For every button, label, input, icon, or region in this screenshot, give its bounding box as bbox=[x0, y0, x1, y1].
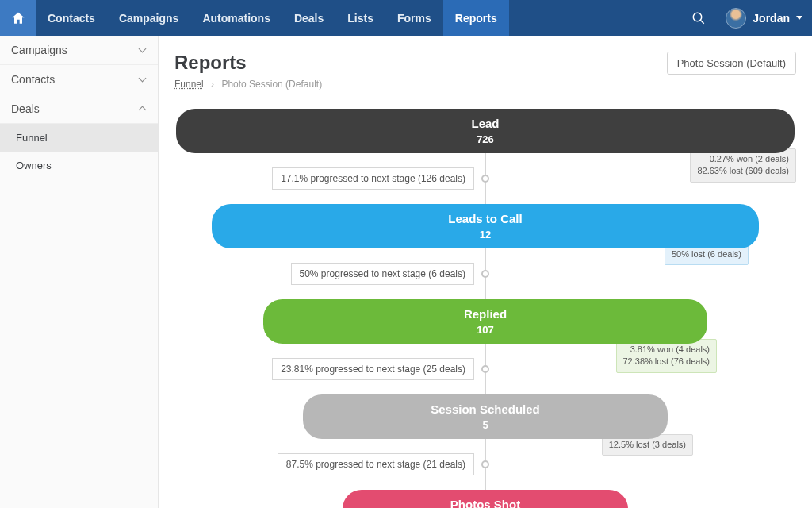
progress-to-next: 23.81% progressed to next stage (25 deal… bbox=[272, 358, 474, 380]
chevron-down-icon bbox=[796, 16, 802, 20]
stage-name: Replied bbox=[273, 307, 698, 321]
chevron-down-icon bbox=[139, 75, 147, 83]
main-content: Reports Funnel › Photo Session (Default)… bbox=[159, 36, 812, 508]
won-line: 3.81% won (4 deals) bbox=[623, 344, 710, 356]
stage-name: Session Scheduled bbox=[312, 402, 658, 416]
funnel-transition: 12.5% lost (3 deals) 87.5% progressed to… bbox=[174, 439, 796, 490]
stage-count: 12 bbox=[221, 229, 749, 241]
stage-count: 5 bbox=[312, 419, 658, 431]
spacer bbox=[509, 0, 681, 36]
lost-line: 50% lost (6 deals) bbox=[672, 248, 741, 260]
lost-line: 82.63% lost (609 deals) bbox=[697, 165, 789, 177]
sidebar-item-deals[interactable]: Deals bbox=[0, 94, 158, 124]
pipeline-dropdown[interactable]: Photo Session (Default) bbox=[667, 52, 796, 75]
progress-to-next: 17.1% progressed to next stage (126 deal… bbox=[272, 167, 474, 190]
avatar bbox=[726, 8, 746, 29]
user-menu[interactable]: Jordan bbox=[716, 0, 812, 36]
nav-tab-reports[interactable]: Reports bbox=[443, 0, 509, 36]
connector-dot bbox=[481, 460, 489, 468]
stage-count: 107 bbox=[273, 324, 698, 336]
breadcrumb-current: Photo Session (Default) bbox=[221, 79, 322, 90]
nav-tab-deals[interactable]: Deals bbox=[282, 0, 335, 36]
breadcrumb-separator: › bbox=[211, 79, 214, 90]
funnel-stage-replied[interactable]: Replied 107 bbox=[263, 299, 707, 344]
nav-tab-contacts[interactable]: Contacts bbox=[36, 0, 107, 36]
stage-exit-stats: 3.81% won (4 deals) 72.38% lost (76 deal… bbox=[616, 339, 718, 373]
funnel-stage-leads-to-call[interactable]: Leads to Call 12 bbox=[212, 204, 759, 248]
sidebar-item-contacts[interactable]: Contacts bbox=[0, 65, 158, 94]
sidebar-item-funnel[interactable]: Funnel bbox=[0, 124, 158, 152]
funnel-chart: Lead 726 0.27% won (2 deals) 82.63% lost… bbox=[174, 109, 796, 508]
chevron-up-icon bbox=[139, 105, 147, 113]
sidebar-item-campaigns[interactable]: Campaigns bbox=[0, 36, 158, 65]
stage-exit-stats: 0.27% won (2 deals) 82.63% lost (609 dea… bbox=[690, 148, 796, 183]
search-icon bbox=[691, 11, 706, 25]
connector-dot bbox=[481, 175, 489, 183]
nav-tab-automations[interactable]: Automations bbox=[190, 0, 282, 36]
funnel-transition: 0.27% won (2 deals) 82.63% lost (609 dea… bbox=[174, 153, 796, 204]
connector-dot bbox=[481, 365, 489, 373]
breadcrumb-root[interactable]: Funnel bbox=[174, 79, 204, 90]
header-row: Reports Funnel › Photo Session (Default)… bbox=[174, 52, 796, 109]
breadcrumb: Funnel › Photo Session (Default) bbox=[174, 79, 322, 90]
home-button[interactable] bbox=[0, 0, 36, 36]
lost-line: 72.38% lost (76 deals) bbox=[623, 356, 710, 368]
nav-tabs: Contacts Campaigns Automations Deals Lis… bbox=[36, 0, 509, 36]
page-title: Reports bbox=[174, 52, 322, 74]
won-line: 0.27% won (2 deals) bbox=[697, 153, 789, 165]
chevron-down-icon bbox=[139, 46, 147, 54]
sidebar-item-label: Deals bbox=[11, 102, 40, 115]
sidebar-item-owners[interactable]: Owners bbox=[0, 152, 158, 179]
stage-name: Lead bbox=[186, 117, 785, 130]
progress-to-next: 50% progressed to next stage (6 deals) bbox=[291, 263, 475, 285]
funnel-stage-session-scheduled[interactable]: Session Scheduled 5 bbox=[303, 394, 668, 439]
funnel-stage-lead[interactable]: Lead 726 bbox=[176, 109, 795, 153]
progress-to-next: 87.5% progressed to next stage (21 deals… bbox=[278, 453, 474, 475]
stage-count: 726 bbox=[186, 133, 785, 145]
top-nav: Contacts Campaigns Automations Deals Lis… bbox=[0, 0, 812, 36]
home-icon bbox=[10, 10, 26, 26]
nav-tab-lists[interactable]: Lists bbox=[335, 0, 385, 36]
nav-tab-forms[interactable]: Forms bbox=[385, 0, 443, 36]
connector-dot bbox=[481, 270, 489, 278]
user-name: Jordan bbox=[753, 12, 790, 25]
sidebar: Campaigns Contacts Deals Funnel Owners bbox=[0, 36, 159, 508]
svg-point-0 bbox=[693, 13, 702, 21]
nav-tab-campaigns[interactable]: Campaigns bbox=[107, 0, 190, 36]
search-button[interactable] bbox=[680, 0, 716, 36]
funnel-transition: 3.81% won (4 deals) 72.38% lost (76 deal… bbox=[174, 344, 796, 394]
layout: Campaigns Contacts Deals Funnel Owners R… bbox=[0, 36, 812, 508]
funnel-stage-photos-shot[interactable]: Photos Shot 18 bbox=[343, 490, 628, 508]
funnel-transition: 50% lost (6 deals) 50% progressed to nex… bbox=[174, 248, 796, 299]
lost-line: 12.5% lost (3 deals) bbox=[609, 439, 686, 451]
sidebar-item-label: Contacts bbox=[11, 73, 55, 86]
svg-line-1 bbox=[700, 20, 704, 24]
stage-name: Photos Shot bbox=[352, 498, 619, 508]
stage-name: Leads to Call bbox=[221, 212, 749, 225]
sidebar-item-label: Campaigns bbox=[11, 44, 67, 56]
